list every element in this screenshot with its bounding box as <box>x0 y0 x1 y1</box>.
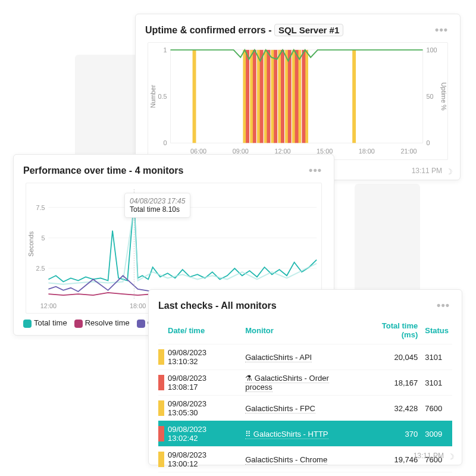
status-color <box>158 452 164 467</box>
uptime-title: Uptime & confirmed errors - SQL Server #… <box>145 24 343 36</box>
svg-text:21:00: 21:00 <box>400 148 416 155</box>
svg-text:100: 100 <box>426 46 437 54</box>
cell-monitor[interactable]: GalacticShirts - FPC <box>242 396 361 421</box>
more-icon[interactable]: ••• <box>306 163 324 178</box>
cell-datetime: 09/08/2023 13:00:12 <box>164 447 242 472</box>
svg-rect-15 <box>260 50 264 143</box>
status-color <box>158 375 164 390</box>
cell-datetime: 09/08/2023 13:08:17 <box>164 370 242 396</box>
cell-monitor[interactable]: GalacticShirts - Chrome <box>242 447 361 472</box>
svg-rect-1 <box>193 50 196 143</box>
cell-status: 3101 <box>421 345 452 370</box>
table-row[interactable]: 09/08/2023 13:10:32GalacticShirts - API2… <box>158 345 452 370</box>
svg-text:Uptime %: Uptime % <box>440 82 447 111</box>
svg-text:2.5: 2.5 <box>36 265 45 272</box>
status-color <box>158 349 164 365</box>
checks-title: Last checks - All monitors <box>158 300 277 311</box>
table-row[interactable]: 09/08/2023 13:00:12GalacticShirts - Chro… <box>158 447 452 472</box>
cell-status: 3009 <box>421 421 452 447</box>
cell-totaltime: 18,167 <box>361 370 421 396</box>
chart-tooltip: 04/08/2023 17:45 Total time 8.10s <box>124 193 190 218</box>
table-row[interactable]: 09/08/2023 13:05:30GalacticShirts - FPC3… <box>158 396 452 421</box>
svg-text:18:00: 18:00 <box>130 302 146 309</box>
svg-rect-21 <box>302 50 305 143</box>
svg-text:Seconds: Seconds <box>27 231 35 256</box>
svg-text:12:00: 12:00 <box>40 302 57 309</box>
svg-text:5: 5 <box>41 234 45 242</box>
cell-monitor[interactable]: ⠿ GalacticShirts - HTTP <box>242 421 361 447</box>
svg-text:1: 1 <box>164 46 167 54</box>
cell-totaltime: 370 <box>361 421 421 447</box>
timestamp: 13:11 PM <box>414 452 444 460</box>
cell-totaltime: 32,428 <box>361 396 421 421</box>
legend-chip-total <box>23 320 32 328</box>
svg-text:0.5: 0.5 <box>158 93 167 100</box>
perf-title: Performance over time - 4 monitors <box>23 165 183 176</box>
cell-datetime: 09/08/2023 12:58:56 <box>164 472 242 477</box>
col-monitor[interactable]: Monitor <box>242 318 361 345</box>
svg-rect-13 <box>246 50 249 143</box>
svg-rect-14 <box>253 50 256 143</box>
cell-monitor[interactable]: ⚗ GalacticShirts - Order process <box>242 370 361 396</box>
checks-table: Date/ time Monitor Total time (ms) Statu… <box>158 318 452 476</box>
moon-icon: ☽ <box>446 167 453 176</box>
tooltip-value: Total time 8.10s <box>130 205 185 214</box>
tooltip-timestamp: 04/08/2023 17:45 <box>130 197 185 205</box>
status-color <box>158 400 164 416</box>
svg-text:0: 0 <box>426 139 430 146</box>
more-icon[interactable]: ••• <box>433 23 450 37</box>
col-datetime[interactable]: Date/ time <box>164 318 242 345</box>
cell-datetime: 09/08/2023 13:02:42 <box>164 421 242 447</box>
status-color <box>158 426 164 441</box>
cell-datetime: 09/08/2023 13:05:30 <box>164 396 242 421</box>
timestamp: 13:11 PM <box>412 167 442 175</box>
cell-totaltime: 20,045 <box>361 345 421 370</box>
uptime-badge: SQL Server #1 <box>274 24 343 36</box>
legend-chip-other <box>137 320 145 328</box>
cell-status: 3101 <box>421 370 452 396</box>
cell-totaltime: 860 <box>361 472 421 477</box>
moon-icon: ☽ <box>447 452 455 461</box>
uptime-chart: 00.5105010006:0009:0012:0015:0018:0021:0… <box>148 42 448 160</box>
svg-text:Number: Number <box>149 84 156 108</box>
svg-rect-19 <box>288 50 292 143</box>
legend-item: Resolve time <box>74 318 130 328</box>
cell-status: 7600 <box>421 396 452 421</box>
svg-rect-20 <box>295 50 299 143</box>
legend-item: Total time <box>23 318 67 328</box>
svg-text:50: 50 <box>426 93 433 100</box>
table-row[interactable]: 09/08/2023 13:02:42⠿ GalacticShirts - HT… <box>158 421 452 447</box>
svg-rect-16 <box>267 50 270 143</box>
svg-rect-12 <box>352 50 356 143</box>
more-icon[interactable]: ••• <box>434 298 452 313</box>
checks-card: Last checks - All monitors ••• Date/ tim… <box>148 289 462 465</box>
svg-text:18:00: 18:00 <box>359 148 375 155</box>
cell-monitor[interactable]: SSL Certificate <box>242 472 361 477</box>
legend-chip-resolve <box>74 320 83 328</box>
table-row[interactable]: 09/08/2023 12:58:56SSL Certificate8600 <box>158 472 452 477</box>
cell-datetime: 09/08/2023 13:10:32 <box>164 345 242 370</box>
svg-rect-18 <box>281 50 284 143</box>
cell-status: 0 <box>421 472 452 477</box>
svg-text:0: 0 <box>164 139 167 146</box>
col-status[interactable]: Status <box>421 318 452 345</box>
svg-rect-17 <box>274 50 277 143</box>
cell-totaltime: 19,746 <box>361 447 421 472</box>
svg-text:7.5: 7.5 <box>36 204 45 211</box>
table-row[interactable]: 09/08/2023 13:08:17⚗ GalacticShirts - Or… <box>158 370 452 396</box>
col-totaltime[interactable]: Total time (ms) <box>361 318 421 345</box>
cell-monitor[interactable]: GalacticShirts - API <box>242 345 361 370</box>
